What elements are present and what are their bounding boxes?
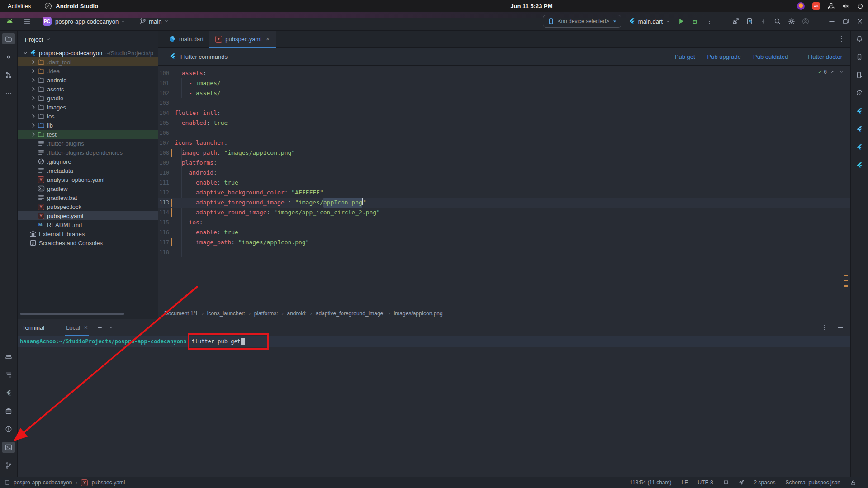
terminal-title[interactable]: Terminal — [22, 324, 44, 331]
hot-reload-button[interactable] — [760, 18, 767, 25]
error-stripe-mark[interactable] — [844, 285, 848, 287]
terminal-options-button[interactable] — [821, 324, 828, 331]
breadcrumb-item[interactable]: Document 1/1 — [164, 310, 198, 317]
tree-item-README.md[interactable]: M↓README.md — [18, 220, 158, 229]
code-line-101[interactable]: 101 - images/ — [158, 78, 850, 88]
volume-muted-icon[interactable] — [842, 3, 849, 9]
gradle-tool-button[interactable] — [853, 88, 866, 99]
chevron-right-icon[interactable] — [29, 122, 37, 129]
breadcrumb-item[interactable]: android: — [287, 310, 306, 317]
tree-item-pubspec.lock[interactable]: Ypubspec.lock — [18, 202, 158, 211]
tree-item-.flutter-plugins[interactable]: .flutter-plugins — [18, 139, 158, 148]
flutter-device-button[interactable] — [746, 18, 753, 25]
code-line-103[interactable]: 103 — [158, 98, 850, 108]
chevron-right-icon[interactable] — [29, 131, 37, 138]
code-line-104[interactable]: 104flutter_intl: — [158, 108, 850, 118]
app-inspection-tool-button[interactable] — [2, 406, 15, 417]
flutter-inspector-tool-button[interactable] — [2, 388, 15, 398]
attach-debugger-button[interactable] — [732, 18, 739, 25]
project-badge[interactable]: PC — [43, 17, 52, 26]
chevron-right-icon[interactable] — [29, 58, 37, 66]
plane-icon[interactable] — [739, 480, 744, 485]
services-tool-button[interactable] — [2, 351, 15, 362]
chevron-right-icon[interactable] — [29, 104, 37, 111]
network-icon[interactable] — [828, 3, 835, 9]
code-line-102[interactable]: 102 - assets/ — [158, 88, 850, 98]
more-actions-button[interactable] — [706, 18, 713, 25]
banner-action-pub-outdated[interactable]: Pub outdated — [753, 53, 788, 60]
tree-item-gradlew.bat[interactable]: gradlew.bat — [18, 193, 158, 202]
previous-problem-button[interactable] — [830, 69, 835, 75]
activities-button[interactable]: Activities — [0, 3, 31, 9]
tree-item-Scratches and Consoles[interactable]: Scratches and Consoles — [18, 238, 158, 247]
chevron-down-icon[interactable] — [21, 49, 29, 57]
indent-setting[interactable]: 2 spaces — [754, 479, 776, 486]
close-button[interactable] — [856, 18, 863, 25]
tree-item-pubspec.yaml[interactable]: Ypubspec.yaml — [18, 211, 158, 220]
code-line-118[interactable]: 118 — [158, 247, 850, 257]
banner-action-flutter-doctor[interactable]: Flutter doctor — [807, 53, 842, 60]
tree-item-.idea[interactable]: .idea — [18, 66, 158, 76]
code-line-112[interactable]: 112 adaptive_background_color: "#FFFFFF" — [158, 188, 850, 198]
hide-terminal-button[interactable] — [837, 324, 844, 331]
status-file-name[interactable]: pubspec.yaml — [91, 479, 125, 486]
chevron-right-icon[interactable] — [29, 76, 37, 84]
app-indicator-red-icon[interactable]: «» — [812, 2, 820, 10]
lock-icon[interactable] — [850, 480, 856, 486]
tree-item-.flutter-plugins-dependencies[interactable]: .flutter-plugins-dependencies — [18, 148, 158, 157]
terminal-prompt-line[interactable]: hasan@Acnoo:~/StudioProjects/pospro-app-… — [18, 336, 850, 347]
status-project-name[interactable]: pospro-app-codecanyon — [14, 479, 72, 486]
version-control-tool-button[interactable] — [2, 460, 15, 471]
code-viewport[interactable]: 100 assets:101 - images/102 - assets/103… — [158, 65, 850, 308]
code-line-110[interactable]: 110 android: — [158, 168, 850, 178]
banner-action-pub-get[interactable]: Pub get — [675, 53, 695, 60]
code-line-100[interactable]: 100 assets: — [158, 68, 850, 78]
debug-button[interactable] — [692, 18, 699, 25]
running-devices-tool-button[interactable] — [853, 70, 866, 81]
code-line-116[interactable]: 116 enable: true — [158, 227, 850, 237]
inspections-widget[interactable]: ✓ 6 — [818, 69, 844, 75]
tree-item-analysis_options.yaml[interactable]: Yanalysis_options.yaml — [18, 175, 158, 184]
terminal-tab-local[interactable]: Local ✕ — [65, 319, 89, 336]
tree-item-lib[interactable]: lib — [18, 121, 158, 130]
error-stripe-mark[interactable] — [844, 280, 848, 281]
breadcrumb-item[interactable]: adaptive_foreground_image: — [316, 310, 385, 317]
main-menu-button[interactable] — [24, 18, 31, 25]
close-icon[interactable]: ✕ — [266, 36, 270, 42]
caret-position[interactable]: 113:54 (11 chars) — [630, 479, 671, 486]
code-line-111[interactable]: 111 enable: true — [158, 178, 850, 188]
new-terminal-button[interactable] — [97, 325, 103, 331]
code-line-115[interactable]: 115 ios: — [158, 218, 850, 227]
tree-item-.metadata[interactable]: .metadata — [18, 166, 158, 175]
tree-item-images[interactable]: images — [18, 103, 158, 112]
file-encoding[interactable]: UTF-8 — [698, 479, 713, 486]
clock[interactable]: Jun 11 5:23 PM — [510, 3, 552, 9]
code-line-108[interactable]: 108 image_path: "images/appIcon.png" — [158, 148, 850, 158]
tree-item-gradlew[interactable]: gradlew — [18, 184, 158, 193]
project-tool-button[interactable] — [2, 33, 15, 44]
tree-item-pospro-app-codecanyon[interactable]: pospro-app-codecanyon~/StudioProjects/p — [18, 48, 158, 57]
app-indicator-purple-icon[interactable] — [797, 2, 805, 10]
focused-app[interactable]: Android Studio — [44, 2, 98, 10]
tab-pubspec.yaml[interactable]: Ypubspec.yaml✕ — [209, 30, 275, 47]
code-line-113[interactable]: 113 adaptive_foreground_image : "images/… — [158, 198, 850, 208]
code-line-107[interactable]: 107icons_launcher: — [158, 138, 850, 148]
code-line-117[interactable]: 117 image_path: "images/appIcon.png" — [158, 237, 850, 247]
breadcrumb-item[interactable]: images/appIcon.png — [394, 310, 443, 317]
vcs-branch-selector[interactable]: main — [139, 18, 169, 25]
code-line-106[interactable]: 106 — [158, 128, 850, 138]
json-schema-selector[interactable]: Schema: pubspec.json — [786, 479, 840, 486]
flutter-outline-tool-button[interactable] — [853, 106, 866, 117]
settings-button[interactable] — [788, 18, 795, 25]
minimize-button[interactable] — [828, 18, 835, 25]
editor-options-button[interactable] — [838, 35, 845, 43]
device-manager-tool-button[interactable] — [853, 52, 866, 62]
search-everywhere-button[interactable] — [774, 18, 781, 25]
breadcrumb-item[interactable]: icons_launcher: — [207, 310, 245, 317]
flutter-coverage-tool-button[interactable] — [853, 160, 866, 171]
notifications-tool-button[interactable] — [853, 33, 866, 44]
profile-button[interactable] — [802, 18, 809, 25]
more-tools-tool-button[interactable] — [2, 88, 15, 99]
chevron-right-icon[interactable] — [29, 95, 37, 102]
chevron-down-icon[interactable] — [108, 325, 114, 330]
